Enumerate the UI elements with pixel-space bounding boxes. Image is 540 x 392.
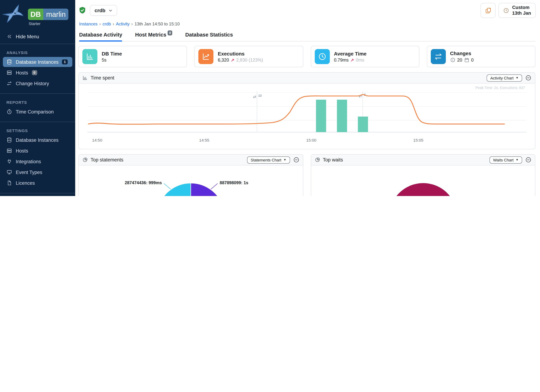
trend-up-arrow: ↗ xyxy=(231,57,234,62)
tab-badge: 0 xyxy=(168,30,172,35)
donut-slice[interactable] xyxy=(191,183,223,196)
tab-host-metrics[interactable]: Host Metrics0 xyxy=(135,29,172,41)
sidebar-item-integrations[interactable]: Integrations xyxy=(3,156,72,166)
section-title: HELP xyxy=(0,195,75,196)
x-tick: 15:00 xyxy=(306,138,316,143)
sidebar-section-analysis: ANALYSIS Database Instances 1 Hosts 0 Ch… xyxy=(0,44,75,89)
executions-bar[interactable] xyxy=(337,100,347,132)
event-change-count: 0 xyxy=(471,57,474,62)
info-change-count: 20 xyxy=(457,57,462,62)
executions-bar[interactable] xyxy=(316,100,326,132)
sidebar-item-label: Licences xyxy=(16,180,35,186)
slice-label: 287474436: 999ms xyxy=(125,180,162,185)
sidebar-item-hosts[interactable]: Hosts 0 xyxy=(3,68,72,78)
waits-donut-chart[interactable]: executing: 5s xyxy=(311,166,535,196)
statements-donut-chart[interactable]: 887898099: 1s 139638413: 1s 326238714: 1… xyxy=(79,166,303,196)
info-icon xyxy=(450,57,455,63)
card-title: Executions xyxy=(218,51,263,56)
copy-link-button[interactable] xyxy=(481,3,496,18)
time-spent-chart[interactable]: Peak Time: 2s, Executions: 837 ⇄ 13 xyxy=(79,83,535,149)
card-title: Changes xyxy=(450,50,474,56)
breadcrumb-crdb[interactable]: crdb xyxy=(103,21,111,26)
sidebar-item-label: Change History xyxy=(16,81,49,86)
tab-database-activity[interactable]: Database Activity xyxy=(79,29,122,41)
db-time-line xyxy=(88,95,505,124)
panel-header: Time spent Activity Chart▼ xyxy=(79,73,535,83)
card-executions: Executions 6,320 ↗ 2,830 (123%) xyxy=(195,46,303,67)
page-tabs: Database Activity Host Metrics0 Database… xyxy=(78,29,536,41)
sidebar-item-time-comparison[interactable]: Time Comparison xyxy=(3,107,72,117)
copy-icon xyxy=(485,7,492,14)
time-range-line1: Custom xyxy=(512,5,531,10)
page-content: DB Time 5s Executions 6,320 ↗ 2,830 (123… xyxy=(75,41,540,196)
card-title: Average Time xyxy=(334,51,366,56)
sidebar-item-event-types[interactable]: Event Types xyxy=(3,167,72,177)
logo-marlin: marlin xyxy=(43,9,69,20)
app-window: DB marlin Starter Hide Menu ANALYSIS Dat… xyxy=(0,0,540,196)
tab-label: Host Metrics xyxy=(135,32,166,38)
sidebar-item-label: Database Instances xyxy=(16,59,59,65)
change-annotation-1[interactable]: ⇄ 13 xyxy=(253,92,262,132)
card-db-time: DB Time 5s xyxy=(78,46,187,67)
clock-icon xyxy=(315,49,330,64)
collapse-panel-icon[interactable] xyxy=(525,157,531,163)
breadcrumb-instances[interactable]: Instances xyxy=(79,21,98,26)
select-label: Waits Chart xyxy=(493,158,514,162)
instance-selector[interactable]: crdb xyxy=(90,5,117,16)
sidebar-item-label: Hosts xyxy=(16,148,28,154)
card-value: 6,320 xyxy=(218,57,229,62)
waits-chart-select[interactable]: Waits Chart▼ xyxy=(490,156,522,164)
tab-label: Database Statistics xyxy=(185,32,233,38)
count-badge: 1 xyxy=(62,60,68,65)
swap-arrows-icon: ⇄ xyxy=(253,95,256,99)
sidebar-item-label: Database Instances xyxy=(16,137,59,143)
logo-db: DB xyxy=(28,9,43,20)
marlin-fish-icon xyxy=(2,4,26,26)
licence-document-icon xyxy=(6,180,12,186)
sidebar-item-database-instances[interactable]: Database Instances 1 xyxy=(3,57,72,67)
sidebar-section-help: HELP Documentation Community Support xyxy=(0,193,75,196)
plug-icon xyxy=(6,159,12,164)
select-label: Statements Chart xyxy=(251,158,281,162)
sidebar-section-settings: SETTINGS Database Instances Hosts Integr… xyxy=(0,122,75,189)
sidebar-item-change-history[interactable]: Change History xyxy=(3,78,72,89)
collapse-panel-icon[interactable] xyxy=(525,75,531,81)
breadcrumb-activity[interactable]: Activity xyxy=(116,21,130,26)
leader-line xyxy=(211,184,218,189)
top-waits-panel: Top waits Waits Chart▼ executing: xyxy=(311,154,535,196)
sidebar-item-licences[interactable]: Licences xyxy=(3,178,72,188)
breadcrumb-current: 13th Jan 14:50 to 15:10 xyxy=(135,21,180,26)
donut-slice[interactable] xyxy=(159,183,191,196)
bar-chart-icon xyxy=(82,75,88,80)
caret-down-icon: ▼ xyxy=(516,159,519,162)
sidebar-item-database-instances-settings[interactable]: Database Instances xyxy=(3,135,72,145)
main-area: crdb Custom 13th Jan xyxy=(75,0,540,196)
metric-cards: DB Time 5s Executions 6,320 ↗ 2,830 (123… xyxy=(78,46,535,67)
logo[interactable]: DB marlin Starter xyxy=(0,0,75,28)
server-icon xyxy=(6,148,12,154)
count-badge: 0 xyxy=(32,70,37,75)
collapse-panel-icon[interactable] xyxy=(293,157,299,163)
section-title: SETTINGS xyxy=(0,124,75,134)
leader-line xyxy=(164,184,171,189)
tab-database-statistics[interactable]: Database Statistics xyxy=(185,29,233,41)
activity-chart-select[interactable]: Activity Chart▼ xyxy=(487,74,522,81)
sidebar: DB marlin Starter Hide Menu ANALYSIS Dat… xyxy=(0,0,75,196)
sidebar-item-hosts-settings[interactable]: Hosts xyxy=(3,146,72,156)
executions-bar[interactable] xyxy=(358,117,368,132)
statements-chart-select[interactable]: Statements Chart▼ xyxy=(247,156,290,164)
database-icon xyxy=(6,59,12,65)
time-range-button[interactable]: Custom 13th Jan xyxy=(499,3,536,18)
slice-label: 887898099: 1s xyxy=(220,180,248,185)
card-delta: 0ms xyxy=(356,57,364,62)
stopwatch-icon xyxy=(6,109,12,114)
clock-icon xyxy=(503,7,509,13)
donut-slice[interactable] xyxy=(397,191,449,196)
logo-wordmark: DB marlin xyxy=(28,9,69,20)
card-value: 5s xyxy=(102,57,106,62)
peak-note: Peak Time: 2s, Executions: 837 xyxy=(475,86,525,90)
hide-menu-button[interactable]: Hide Menu xyxy=(0,29,75,44)
card-title: DB Time xyxy=(102,51,122,56)
panel-header: Top waits Waits Chart▼ xyxy=(311,155,535,166)
panel-title: Top waits xyxy=(323,157,343,163)
